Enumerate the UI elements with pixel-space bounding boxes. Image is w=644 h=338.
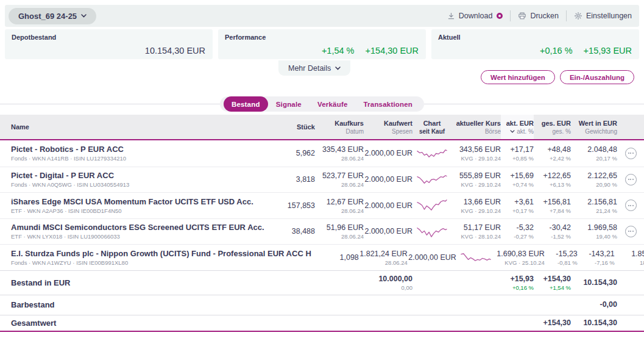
- stueck-cell: 3,818: [267, 174, 315, 184]
- tab-signale[interactable]: Signale: [268, 96, 310, 112]
- download-label: Download: [459, 12, 493, 20]
- column-header-actions: [617, 115, 644, 139]
- table-row: Pictet - Robotics - P EUR ACC Fonds · WK…: [0, 140, 644, 167]
- barbestand-wert: -0,00: [571, 300, 617, 309]
- wert-in-eur-cell: 1.856,79 18,29 %: [615, 249, 644, 266]
- tab-bestand[interactable]: Bestand: [224, 96, 268, 112]
- footer-label: Gesamtwert: [0, 318, 267, 328]
- table-row: Amundi MSCI Semiconductors ESG Screened …: [0, 218, 644, 245]
- row-menu-button[interactable]: [625, 226, 637, 237]
- stueck-cell: 157,853: [267, 201, 315, 210]
- ges-eur-cell: +122,65 +6,13 %: [534, 171, 571, 188]
- fund-meta: ETF · WKN LYX018 · ISIN LU1900066033: [11, 233, 267, 240]
- table-header: Name Stück Kaufkurs Datum Kaufwert Spese…: [0, 115, 644, 139]
- kaufkurs-cell: 523,77 EUR 28.06.24: [315, 171, 364, 188]
- summary-cards: Depotbestand 10.154,30 EUR Performance +…: [5, 29, 639, 59]
- header-actions: Download Drucken Einstellungen: [447, 10, 632, 21]
- divider: [510, 10, 511, 21]
- tab-group: Bestand Signale Verkäufe Transaktionen: [220, 96, 424, 112]
- card-label: Aktuell: [438, 34, 632, 41]
- sparkline-chart[interactable]: [412, 198, 451, 213]
- ges-eur-cell: +48,48 +2,42 %: [534, 145, 571, 162]
- aktueller-kurs-cell: 343,56 EUR KVG · 29.10.24: [451, 145, 501, 162]
- akt-eur-cell: -5,32 -0,27 %: [501, 223, 534, 240]
- row-menu-button[interactable]: [625, 174, 637, 185]
- actions-cell: [617, 148, 644, 159]
- actions-cell: [617, 226, 644, 237]
- name-cell: Amundi MSCI Semiconductors ESG Screened …: [0, 223, 267, 240]
- tab-transaktionen[interactable]: Transaktionen: [356, 96, 421, 112]
- tab-verkaeufe[interactable]: Verkäufe: [310, 96, 356, 112]
- settings-button[interactable]: Einstellungen: [574, 12, 632, 20]
- akt-eur-cell: +15,69 +0,74 %: [501, 171, 534, 188]
- printer-icon: [518, 12, 526, 20]
- row-menu-button[interactable]: [625, 148, 637, 159]
- column-header-wert-in-eur[interactable]: Wert in EUR Gewichtung: [571, 115, 617, 139]
- table-row: Pictet - Digital - P EUR ACC Fonds · WKN…: [0, 167, 644, 193]
- more-details-button[interactable]: Mehr Details: [278, 60, 350, 76]
- stueck-cell: 38,488: [267, 226, 315, 236]
- portfolio-selector[interactable]: Ghost_69 24-25: [9, 8, 96, 24]
- fund-name-link[interactable]: E.I. Sturdza Funds plc - Nippon Growth (…: [11, 249, 311, 259]
- aktuell-percent: +0,16 %: [540, 46, 573, 56]
- fund-meta: Fonds · WKN A141RB · ISIN LU1279334210: [11, 155, 267, 162]
- stueck-cell: 1,098: [311, 253, 359, 262]
- sparkline-chart[interactable]: [412, 172, 451, 187]
- sort-chevron-icon: [510, 130, 515, 133]
- sparkline-chart[interactable]: [412, 146, 451, 161]
- table-body: Pictet - Robotics - P EUR ACC Fonds · WK…: [0, 139, 644, 270]
- fund-name-link[interactable]: iShares Edge MSCI USA Momentum Factor UC…: [11, 197, 267, 207]
- column-header-kaufwert[interactable]: Kaufwert Spesen: [364, 115, 412, 139]
- column-header-akt-eur[interactable]: akt. EUR akt. %: [501, 115, 534, 139]
- divider: [566, 10, 567, 21]
- download-button[interactable]: Download: [447, 12, 503, 20]
- chevron-down-icon: [335, 67, 341, 70]
- print-button[interactable]: Drucken: [518, 12, 559, 20]
- kaufwert-cell: 2.000,00 EUR: [364, 148, 412, 158]
- name-cell: Pictet - Robotics - P EUR ACC Fonds · WK…: [0, 145, 267, 162]
- ges-eur-cell: -30,42 -1,52 %: [534, 223, 571, 240]
- footer-ges-eur: +154,30 +1,54 %: [534, 274, 571, 291]
- deposit-withdraw-button[interactable]: Ein-/Auszahlung: [560, 70, 634, 84]
- column-header-ges-eur[interactable]: ges. EUR ges. %: [534, 115, 571, 139]
- wert-in-eur-cell: 2.122,65 20,90 %: [571, 171, 617, 188]
- kaufwert-cell: 2.000,00 EUR: [408, 253, 456, 262]
- column-header-kaufkurs[interactable]: Kaufkurs Datum: [315, 115, 364, 139]
- column-header-stueck[interactable]: Stück: [267, 115, 315, 139]
- ges-eur-cell: +156,81 +7,84 %: [534, 197, 571, 214]
- aktuell-value: +15,93 EUR: [584, 46, 632, 56]
- chevron-down-icon: [81, 14, 87, 18]
- akt-eur-cell: -15,23 -0,81 %: [545, 249, 578, 266]
- fund-name-link[interactable]: Pictet - Robotics - P EUR ACC: [11, 145, 267, 154]
- footer-kaufwert: 10.000,00 0,00: [364, 274, 412, 291]
- tabs-row: Bestand Signale Verkäufe Transaktionen: [0, 96, 644, 112]
- depot-balance-card: Depotbestand 10.154,30 EUR: [5, 29, 213, 59]
- sparkline-chart[interactable]: [412, 224, 451, 239]
- column-header-chart[interactable]: Chart seit Kauf: [412, 115, 451, 139]
- fund-meta: ETF · WKN A2AP36 · ISIN IE00BD1F4N50: [11, 207, 267, 214]
- gesamtwert-ges-eur: +154,30: [534, 318, 571, 328]
- sparkline-icon: [416, 224, 448, 239]
- gesamtwert-wert: 10.154,30: [571, 318, 617, 328]
- portfolio-action-buttons: Wert hinzufügen Ein-/Auszahlung: [481, 70, 634, 84]
- row-menu-button[interactable]: [625, 200, 637, 211]
- add-value-button[interactable]: Wert hinzufügen: [481, 70, 555, 84]
- fund-name-link[interactable]: Amundi MSCI Semiconductors ESG Screened …: [11, 223, 267, 232]
- ges-eur-cell: -143,21 -7,16 %: [578, 249, 615, 266]
- sparkline-icon: [416, 172, 448, 187]
- aktueller-kurs-cell: 555,89 EUR KVG · 29.10.24: [451, 171, 501, 188]
- fund-name-link[interactable]: Pictet - Digital - P EUR ACC: [11, 171, 267, 181]
- kaufkurs-cell: 335,43 EUR 28.06.24: [315, 145, 364, 162]
- name-cell: Pictet - Digital - P EUR ACC Fonds · WKN…: [0, 171, 267, 188]
- name-cell: iShares Edge MSCI USA Momentum Factor UC…: [0, 197, 267, 214]
- table-row: E.I. Sturdza Funds plc - Nippon Growth (…: [0, 244, 644, 270]
- column-header-aktueller-kurs[interactable]: aktueller Kurs Börse: [451, 115, 501, 139]
- mid-zone: Mehr Details Wert hinzufügen Ein-/Auszah…: [0, 59, 644, 96]
- name-cell: E.I. Sturdza Funds plc - Nippon Growth (…: [0, 249, 311, 266]
- depot-page: Ghost_69 24-25 Download Drucken Einstell…: [0, 0, 644, 338]
- kaufwert-cell: 2.000,00 EUR: [364, 201, 412, 210]
- column-header-name[interactable]: Name: [0, 115, 267, 139]
- footer-label: Barbestand: [0, 300, 267, 309]
- akt-eur-cell: +3,61 +0,17 %: [501, 197, 534, 214]
- sparkline-chart[interactable]: [456, 250, 495, 265]
